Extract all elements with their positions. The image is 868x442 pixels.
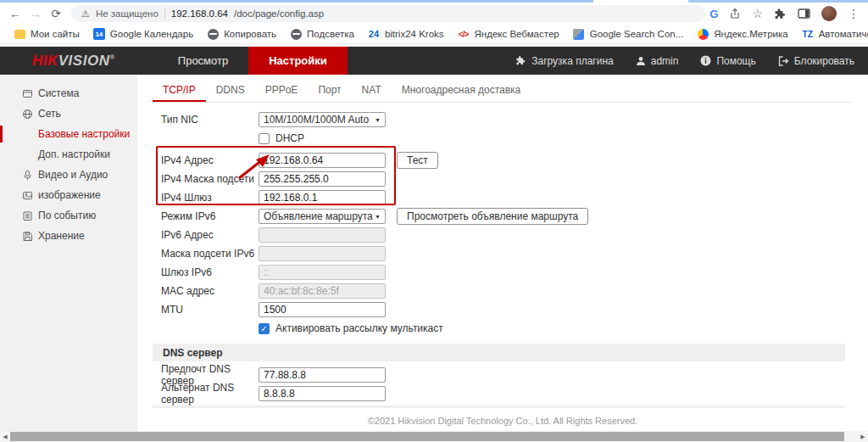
dns-section-header: DNS сервер [153,344,845,361]
bookmark-label: Копировать [224,29,276,39]
forward-icon[interactable]: → [25,7,46,20]
google-icon[interactable]: G [709,8,718,20]
toolbar-actions: G ☆ ⋮ [709,6,863,21]
ipv4-gateway-input[interactable] [259,190,386,205]
bookmark-label: Автоматические тз... [819,29,868,39]
profile-avatar[interactable] [821,6,837,21]
globe-icon [290,28,302,40]
ipv4-address-input[interactable] [259,153,386,168]
ipv6-address-label: IPv6 Адрес [161,229,259,241]
globe-icon [207,28,219,40]
sidebar-label: Хранение [38,230,85,242]
bookmark-search-console[interactable]: Google Search Con... [566,28,691,40]
sidebar-item-system[interactable]: Система [0,83,137,104]
browser-menu-icon[interactable]: ⋮ [848,7,860,20]
search-console-icon [573,28,585,40]
bookmarks-bar: Мои сайты 14Google Календарь Копировать … [0,25,868,44]
event-icon [22,210,33,221]
scroll-right-icon[interactable]: ▶ [858,431,868,442]
nic-type-select[interactable]: 10M/100M/1000M Auto ▼ [259,112,386,127]
bookmark-tz[interactable]: TZАвтоматические тз... [795,28,868,40]
help-button[interactable]: Помощь [700,55,755,67]
ipv4-gateway-label: IPv4 Шлюз [161,192,259,204]
bookmark-yandex-metrika[interactable]: Яндекс.Метрика [690,28,794,40]
header-nav: Просмотр Настройки [158,47,348,75]
plugin-download[interactable]: Загрузка плагина [515,55,613,67]
sidebar-label: Видео и Аудио [38,169,108,181]
lock-label: Блокировать [794,55,854,67]
bookmark-label: Мои сайты [31,29,80,39]
tcpip-form: Тип NIC 10M/100M/1000M Auto ▼ DHCP IPv4 … [137,103,868,401]
address-bar[interactable]: ⚠ Не защищено 192.168.0.64 /doc/page/con… [71,5,705,22]
alternate-dns-input[interactable] [259,386,386,401]
tab-tcpip[interactable]: TCP/IP [153,81,206,102]
bookmark-star-icon[interactable]: ☆ [752,7,763,20]
address-divider [164,8,165,19]
chevron-down-icon: ▼ [375,117,381,123]
bookmark-yandex-webmaster[interactable]: </>Яндекс Вебмастер [451,28,566,40]
bookmark-moi-saity[interactable]: Мои сайты [7,28,86,40]
scroll-left-icon[interactable]: ◀ [0,431,10,442]
tab-nat[interactable]: NAT [352,81,392,102]
sidebar-label: Базовые настройки [38,128,130,140]
dns-section-title: DNS сервер [163,347,223,359]
ipv6-mode-label: Режим IPv6 [161,210,259,222]
sidebar-item-storage[interactable]: Хранение [0,226,137,246]
bookmark-kopirovat[interactable]: Копировать [200,28,283,40]
sidebar-item-basic-settings[interactable]: Базовые настройки [0,124,137,144]
scrollbar-thumb[interactable] [10,432,844,441]
user-menu[interactable]: admin [636,55,679,67]
view-route-advert-button[interactable]: Просмотреть объявление маршрута [397,208,588,225]
header-actions: Загрузка плагина admin Помощь Блокироват… [515,55,868,67]
back-icon[interactable]: ← [5,7,25,20]
bookmark-label: Google Search Con... [590,29,684,39]
nav-settings[interactable]: Настройки [248,47,348,75]
browser-toolbar: ← → ⟳ ⚠ Не защищено 192.168.0.64 /doc/pa… [0,3,868,25]
nav-live-view[interactable]: Просмотр [158,47,248,75]
storage-icon [22,231,33,242]
reload-icon[interactable]: ⟳ [46,7,66,20]
sidebar-item-advanced-settings[interactable]: Доп. настройки [0,144,137,165]
logo-hik: HIK [32,53,58,69]
dhcp-checkbox[interactable] [259,133,270,144]
side-panel-icon[interactable] [798,8,810,20]
multicast-checkbox[interactable]: ✓ [259,323,270,334]
bookmark-label: Google Календарь [110,29,193,39]
sidebar-item-event[interactable]: По событию [0,205,137,226]
ipv6-mode-select[interactable]: Объявление маршрута ▼ [259,209,386,224]
sidebar-label: Доп. настройки [38,148,110,160]
settings-content: TCP/IP DDNS PPPoE Порт NAT Многоадресная… [137,75,868,431]
hikvision-logo: HIKVISION® [32,53,115,70]
yandex-metrika-icon [697,28,709,40]
not-secure-icon[interactable]: ⚠ [81,8,90,20]
sidebar-item-video-audio[interactable]: Видео и Аудио [0,165,137,185]
ipv4-mask-input[interactable] [259,171,386,187]
ipv6-mask-label: Маска подсети IPv6 [161,248,259,260]
tz-icon: TZ [802,28,814,40]
test-button[interactable]: Тест [397,152,438,169]
ipv6-gateway-input [259,265,386,280]
lock-button[interactable]: Блокировать [778,55,854,67]
sidebar-label: По событию [38,210,96,221]
bookmark-bitrix24[interactable]: 24bitrix24 Kroks [361,28,451,40]
bookmark-podsvetka[interactable]: Подсветка [283,28,361,40]
extensions-puzzle-icon[interactable] [774,8,787,20]
tab-port[interactable]: Порт [308,81,351,102]
tab-ddns[interactable]: DDNS [206,81,255,102]
chevron-down-icon: ▼ [375,214,381,220]
multicast-label: Активировать рассылку мультикаст [275,322,443,334]
bookmark-label: Подсветка [307,29,354,39]
bookmark-google-calendar[interactable]: 14Google Календарь [86,28,200,40]
app-header: HIKVISION® Просмотр Настройки Загрузка п… [0,47,868,75]
url-path: /doc/page/config.asp [234,8,324,19]
help-label: Помощь [716,55,755,67]
sidebar-item-image[interactable]: изображение [0,185,137,205]
microphone-icon [22,170,33,181]
share-icon[interactable] [729,8,741,20]
horizontal-scrollbar[interactable]: ◀ ▶ [0,431,868,442]
sidebar-item-network[interactable]: Сеть [0,104,137,124]
tab-pppoe[interactable]: PPPoE [255,81,309,102]
preferred-dns-input[interactable] [259,367,386,383]
tab-multicast[interactable]: Многоадресная доставка [392,81,531,102]
mtu-input[interactable] [259,302,386,317]
